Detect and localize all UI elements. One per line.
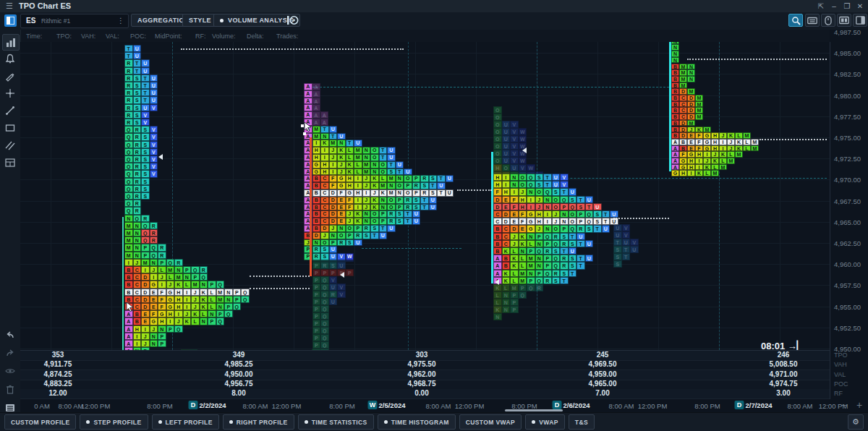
ghost-tpo-cell: Q: [320, 298, 329, 305]
tpo-cell: R: [124, 111, 133, 119]
tpo-cell: D: [141, 296, 150, 303]
right-panel-icon[interactable]: [853, 14, 867, 27]
tpo-cell: L: [727, 151, 735, 158]
tpo-cell: T: [569, 233, 577, 240]
mouse-icon[interactable]: [821, 14, 835, 27]
chart-canvas[interactable]: AAAAAAAAAAAPRSUVPRSUPPPPPPQVPQUVPQRVPQUP…: [20, 42, 830, 350]
minimize-icon[interactable]: –: [829, 2, 839, 10]
tpo-cell: N: [362, 210, 371, 218]
tpo-cell: F: [329, 175, 338, 182]
tpo-cell: L: [208, 296, 216, 303]
tpo-cell: B: [671, 107, 679, 114]
price-axis[interactable]: 4,987.504,985.004,982.504,980.004,977.50…: [830, 42, 868, 399]
tpo-cell: E: [687, 132, 695, 139]
date-label: 2/5/2024: [379, 401, 406, 409]
zoom-out-button[interactable]: −: [841, 399, 846, 411]
zoom-in-button[interactable]: +: [856, 399, 862, 411]
ghost-tpo-cell: V: [622, 224, 631, 231]
undo-icon[interactable]: [2, 328, 18, 343]
info-bar: Time:TPO:VAH:VAL:POC:MidPoint:RF:Volume:…: [20, 30, 830, 42]
left-profile-button[interactable]: LEFT PROFILE: [152, 414, 219, 430]
tpo-cell: U: [429, 197, 438, 204]
tpo-cell: T: [576, 196, 585, 203]
menu-icon[interactable]: ☰: [6, 1, 13, 11]
ghost-tpo-cell: V: [510, 157, 519, 164]
opening-range-bar: [122, 217, 124, 350]
tpo-cell: J: [687, 127, 695, 133]
price-label: 4,952.50: [834, 324, 861, 332]
ghost-tpo-cell: V: [337, 291, 346, 298]
tpo-cell: I: [141, 325, 150, 333]
tpo-poc-cell: K: [379, 189, 388, 197]
keyboard-icon[interactable]: [805, 14, 820, 27]
panel-layout-icon[interactable]: [4, 14, 17, 27]
tpo-cell: E: [141, 317, 150, 325]
tpo-cell: P: [216, 310, 225, 317]
tpo-cell: F: [493, 188, 502, 195]
data-table-icon[interactable]: [2, 155, 18, 171]
tpo-cell: O: [337, 232, 346, 239]
tpo-cell: T: [141, 82, 150, 89]
tpo-cell: L: [166, 273, 175, 281]
redo-icon[interactable]: [2, 346, 18, 361]
tpo-cell: L: [703, 170, 711, 176]
close-icon[interactable]: ✕: [855, 2, 865, 10]
restore-icon[interactable]: ❐: [842, 2, 852, 10]
tpo-cell: I: [312, 140, 321, 147]
trend-line-icon[interactable]: [2, 103, 18, 119]
tpo-cell: O: [535, 188, 544, 195]
vwap-button[interactable]: VWAP: [525, 414, 565, 430]
chart-icon[interactable]: [2, 34, 20, 51]
alert-bell-icon[interactable]: [2, 51, 18, 67]
profile-period-icon[interactable]: [286, 15, 299, 28]
horizontal-scrollbar[interactable]: [505, 409, 563, 411]
tpo-cell: M: [519, 270, 527, 277]
stats-row-label: VAH: [834, 361, 847, 368]
tpo-cell: K: [695, 170, 703, 176]
tpo-cell: R: [412, 182, 421, 189]
channel-icon[interactable]: [2, 138, 18, 153]
symbol-selector[interactable]: ES Rithmic #1 ⋮: [20, 14, 129, 28]
t-s-button[interactable]: T&S: [569, 414, 595, 430]
tpo-cell: U: [329, 126, 338, 133]
tpo-cell: D: [493, 203, 502, 210]
magnifier-icon[interactable]: [788, 14, 803, 27]
tpo-cell: C: [679, 107, 687, 114]
eye-icon[interactable]: [2, 364, 18, 379]
style-button[interactable]: STYLE: [182, 14, 218, 27]
draw-icon[interactable]: [2, 69, 18, 84]
tpo-cell: N: [133, 236, 142, 244]
more-options-icon[interactable]: ⋮: [117, 17, 124, 25]
trash-icon[interactable]: [2, 382, 18, 397]
tpo-cell: S: [535, 181, 544, 188]
tpo-cell: J: [719, 132, 727, 139]
ghost-tpo-cell: P: [510, 299, 519, 306]
tpo-cell: K: [519, 240, 527, 247]
tpo-cell: L: [379, 175, 388, 182]
tpo-cell: T: [420, 204, 429, 211]
replay-icon[interactable]: [837, 14, 851, 27]
price-marker: [495, 279, 499, 285]
time-histogram-button[interactable]: TIME HISTOGRAM: [378, 414, 456, 430]
tpo-cell: E: [502, 196, 511, 203]
tpo-cell: Q: [124, 178, 133, 185]
settings-gear-icon[interactable]: ⚙: [848, 414, 864, 430]
tpo-cell: S: [141, 192, 150, 200]
step-profile-button[interactable]: STEP PROFILE: [80, 414, 148, 430]
time-statistics-button[interactable]: TIME STATISTICS: [298, 414, 374, 430]
tpo-cell: G: [687, 151, 695, 158]
tpo-cell: K: [370, 197, 379, 204]
custom-vwap-button[interactable]: CUSTOM VWAP: [459, 414, 522, 430]
tpo-cell: B: [124, 266, 133, 273]
rectangle-icon[interactable]: [2, 121, 18, 136]
crosshair-icon[interactable]: [2, 86, 18, 101]
tpo-cell: U: [387, 154, 396, 161]
custom-profile-button[interactable]: CUSTOM PROFILE: [4, 414, 76, 430]
tpo-cell: K: [510, 262, 519, 269]
time-axis[interactable]: 0 AM8:00 AM12:00 PM8:00 PMD2/2/20248:00 …: [20, 399, 830, 412]
tpo-cell: B: [312, 182, 321, 189]
tpo-cell: N: [687, 64, 695, 70]
go-to-realtime-icon[interactable]: →▏: [785, 341, 804, 350]
right-profile-button[interactable]: RIGHT PROFILE: [223, 414, 294, 430]
fullscreen-icon[interactable]: ⇱: [816, 2, 826, 10]
